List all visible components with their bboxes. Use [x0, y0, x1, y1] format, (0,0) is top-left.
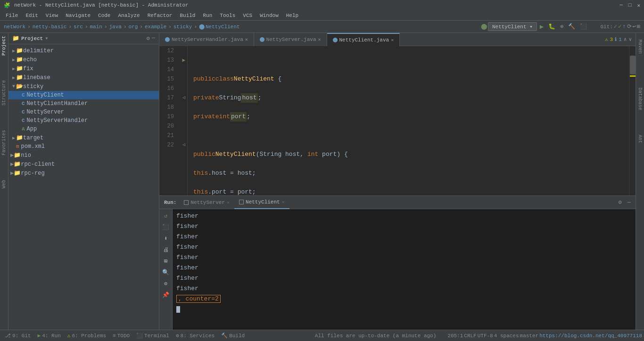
menu-navigate[interactable]: Navigate: [62, 13, 94, 18]
menu-edit[interactable]: Edit: [22, 13, 41, 18]
menu-help[interactable]: Help: [282, 13, 302, 18]
tree-item-pomxml[interactable]: m pom.xml: [8, 142, 159, 151]
run-btn-8[interactable]: 📌: [161, 290, 171, 300]
web-tab-label[interactable]: Web: [0, 177, 8, 191]
status-charset[interactable]: UTF-8: [478, 333, 493, 339]
status-link[interactable]: https://blog.csdn.net/qq_40977118: [539, 333, 642, 339]
run-settings-btn[interactable]: ⚙: [616, 199, 625, 206]
tree-item-nettyclienthandler[interactable]: C NettyClientHandler: [8, 99, 159, 108]
debug-button[interactable]: 🐛: [546, 23, 557, 30]
breadcrumb-netty-basic[interactable]: netty-basic: [33, 24, 67, 30]
tree-item-fix[interactable]: ▶ 📁 fix: [8, 64, 159, 73]
scrollbar-thumb[interactable]: [630, 56, 636, 74]
breadcrumb-example[interactable]: example: [145, 24, 166, 30]
output-line-3: fisher: [176, 232, 632, 242]
run-btn-7[interactable]: ⊙: [161, 279, 171, 288]
tab-nettyclient[interactable]: NettyClient.java ✕: [327, 33, 400, 46]
run-stop-button[interactable]: ⬛: [161, 222, 171, 232]
tree-item-nio[interactable]: ▶ 📁 nio: [8, 151, 159, 160]
breadcrumb-src[interactable]: src: [74, 24, 83, 30]
scroll-end-button[interactable]: ⬇: [161, 234, 171, 243]
run-btn-6[interactable]: 🔍: [161, 268, 171, 277]
build-button[interactable]: 🔨: [566, 23, 577, 30]
git-push[interactable]: ↑: [622, 24, 626, 30]
tree-item-nettyclient[interactable]: C NettyClient: [8, 91, 159, 99]
sidebar-collapse[interactable]: —: [152, 35, 155, 42]
breadcrumb-java[interactable]: java: [109, 24, 122, 30]
menu-run[interactable]: Run: [199, 13, 216, 18]
rerun-button[interactable]: ↺: [161, 211, 171, 220]
breadcrumb-nettyclient[interactable]: NettyClient: [206, 24, 240, 30]
todo-tool-btn[interactable]: ≡ TODO: [110, 331, 132, 341]
status-files: All files are up-to-date (a minute ago): [315, 333, 436, 339]
menu-refactor[interactable]: Refactor: [144, 13, 176, 18]
tree-item-app[interactable]: A App: [8, 125, 159, 133]
tree-item-rpcreg[interactable]: ▶ 📁 rpc-reg: [8, 169, 159, 178]
stop-button[interactable]: ⬛: [578, 23, 589, 30]
menu-analyze[interactable]: Analyze: [114, 13, 143, 18]
code-editor[interactable]: 12 13▶ 14 15 16 17◁ 18 19 20 21 22◁ publ…: [159, 46, 636, 195]
breadcrumb-network[interactable]: netWork: [4, 24, 25, 30]
output-line-counter: , counter=2: [176, 294, 632, 304]
maven-panel-label[interactable]: Maven: [636, 37, 644, 57]
git-tool-btn[interactable]: ⎇ 9: Git: [2, 331, 34, 341]
close-button[interactable]: ✕: [637, 2, 640, 8]
status-indent[interactable]: 4 spaces: [494, 333, 519, 339]
menu-window[interactable]: Window: [256, 13, 282, 18]
menu-file[interactable]: File: [2, 13, 22, 18]
output-line-1: fisher: [176, 211, 632, 221]
tree-item-target[interactable]: ▶ 📁 target: [8, 133, 159, 142]
breadcrumb-sticky[interactable]: sticky: [173, 24, 192, 30]
tree-item-delimiter[interactable]: ▶ 📁 delimiter: [8, 46, 159, 55]
problems-tool-btn[interactable]: ⚠ 6: Problems: [65, 331, 109, 341]
sidebar-settings[interactable]: ⚙: [147, 35, 150, 42]
sidebar-dropdown[interactable]: ▾: [45, 35, 48, 42]
run-btn-5[interactable]: ⊞: [161, 256, 171, 266]
coverage-button[interactable]: ⊕: [558, 23, 565, 30]
code-line-19: this.port = port;: [193, 187, 629, 195]
editor-scrollbar[interactable]: [629, 46, 636, 195]
minimize-button[interactable]: ─: [619, 2, 623, 8]
run-config-label[interactable]: NettyClient ▾: [488, 22, 537, 31]
code-content[interactable]: public class NettyClient { private Strin…: [188, 46, 629, 195]
structure-tab-label[interactable]: Structure: [0, 77, 8, 108]
run-config-icon: ⬤: [481, 23, 487, 30]
services-tool-btn[interactable]: ⚙ 8: Services: [173, 331, 217, 341]
status-position[interactable]: 205:1: [447, 333, 463, 339]
tree-item-sticky[interactable]: ▼ 📂 sticky: [8, 82, 159, 91]
print-button[interactable]: 🖨: [161, 245, 171, 254]
git-settings[interactable]: ⊞: [637, 23, 640, 30]
tab-nettyserverhandler[interactable]: NettyServerHandler.java ✕: [159, 33, 254, 46]
output-line-7: fisher: [176, 273, 632, 284]
run-button[interactable]: ▶: [538, 23, 545, 31]
database-panel-label[interactable]: Database: [636, 85, 644, 113]
tree-item-linebase[interactable]: ▶ 📁 linebase: [8, 73, 159, 82]
git-pull[interactable]: ⟳: [627, 23, 632, 30]
tree-item-nettyserverhandler[interactable]: C NettyServerHandler: [8, 116, 159, 125]
breadcrumb-main[interactable]: main: [90, 24, 102, 30]
menu-vcs[interactable]: VCS: [239, 13, 256, 18]
menu-tools[interactable]: Tools: [216, 13, 239, 18]
git-undo[interactable]: ↩: [633, 23, 636, 30]
project-tab-label[interactable]: Project: [0, 33, 8, 58]
maximize-button[interactable]: □: [628, 2, 632, 8]
tree-item-echo[interactable]: ▶ 📁 echo: [8, 55, 159, 64]
tree-item-nettyserver[interactable]: C NettyServer: [8, 108, 159, 116]
menu-view[interactable]: View: [42, 13, 62, 18]
run-tab-nettyclient[interactable]: NettyClient ✕: [234, 196, 289, 209]
build-tool-btn[interactable]: 🔨 Build: [218, 331, 248, 341]
tab-nettyserver[interactable]: NettyServer.java ✕: [254, 33, 327, 46]
menu-code[interactable]: Code: [94, 13, 114, 18]
run-minimize-btn[interactable]: —: [625, 199, 634, 206]
breadcrumb-org[interactable]: org: [129, 24, 138, 30]
warning-indicator: ⚠ 3 ℹ 1 ∧ ∨: [601, 36, 636, 42]
tree-item-rpcclient[interactable]: ▶ 📁 rpc-client: [8, 160, 159, 169]
status-crlf[interactable]: CRLF: [464, 333, 476, 339]
favorites-tab-label[interactable]: Favorites: [0, 127, 8, 158]
status-branch[interactable]: master: [520, 333, 539, 339]
terminal-tool-btn[interactable]: ⬛ Terminal: [133, 331, 172, 341]
ant-panel-label[interactable]: Ant: [636, 132, 644, 146]
menu-build[interactable]: Build: [176, 13, 199, 18]
run-tab-nettyserver[interactable]: NettyServer ✕: [179, 196, 234, 209]
run-tool-btn[interactable]: ▶ 4: Run: [35, 331, 64, 341]
